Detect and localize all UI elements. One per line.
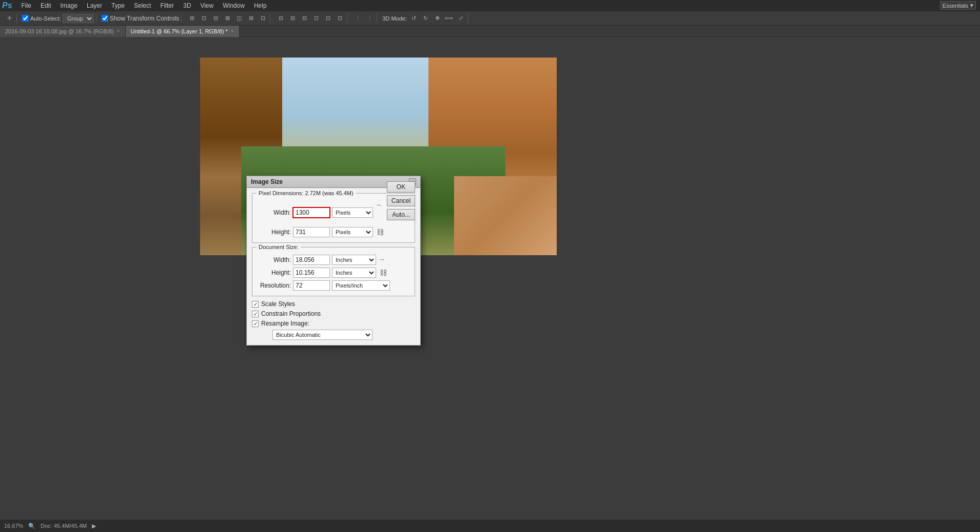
pixel-height-unit[interactable]: Pixels Percent	[332, 227, 373, 237]
dialog-buttons: OK Cancel Auto...	[387, 181, 415, 220]
zoom-level: 16.67%	[4, 523, 23, 529]
transform-2-icon[interactable]: ⊡	[199, 13, 209, 24]
auto-button[interactable]: Auto...	[387, 209, 415, 220]
3d-slide-icon[interactable]: ⟺	[444, 13, 454, 24]
show-transform-checkbox[interactable]	[102, 15, 108, 22]
transform-1-icon[interactable]: ⊞	[187, 13, 197, 24]
document-size-title: Document Size:	[257, 244, 301, 250]
doc-height-input[interactable]	[293, 268, 330, 278]
menu-filter[interactable]: Filter	[156, 1, 178, 10]
options-toolbar: ✛ Auto-Select: Group Show Transform Cont…	[0, 11, 980, 26]
menu-layer[interactable]: Layer	[83, 1, 106, 10]
tab-photo-label: 2016-09-03 16.10.08.jpg @ 16.7% (RGB/8)	[5, 28, 114, 34]
auto-select-checkbox-group: Auto-Select:	[22, 15, 61, 22]
resample-image-label: Resample Image:	[261, 320, 309, 327]
transform-6-icon[interactable]: ⊞	[246, 13, 256, 24]
doc-height-row: Height: Inches Pixels Centimeters ⛓	[258, 268, 409, 278]
auto-select-checkbox[interactable]	[22, 15, 29, 22]
menu-view[interactable]: View	[196, 1, 218, 10]
resolution-row: Resolution: Pixels/Inch Pixels/Centimete…	[258, 280, 409, 291]
align-middle-icon[interactable]: ⊡	[323, 13, 333, 24]
show-transform-label: Show Transform Controls	[110, 15, 179, 22]
distribute-icons-group: ⋮ ⋮	[350, 13, 377, 24]
transform-3-icon[interactable]: ⊟	[210, 13, 221, 24]
pixel-height-input[interactable]	[293, 227, 330, 237]
constrain-proportions-label: Constrain Proportions	[261, 310, 321, 317]
workspace-dropdown[interactable]: Essentials ▾	[940, 1, 976, 10]
workspace-chevron-icon: ▾	[970, 2, 973, 9]
resolution-input[interactable]	[293, 280, 330, 291]
move-tool-icon[interactable]: ✛	[4, 13, 14, 24]
3d-mode-group: 3D Mode: ↺ ↻ ✥ ⟺ ⤢	[380, 13, 468, 24]
arrow-icon[interactable]: ▶	[92, 523, 96, 529]
move-tool-group: ✛	[2, 13, 17, 24]
auto-select-label: Auto-Select:	[30, 15, 61, 22]
doc-width-unit[interactable]: Inches Pixels Centimeters	[332, 255, 376, 265]
scale-styles-row: ✓ Scale Styles	[252, 300, 415, 308]
tab-untitled[interactable]: Untitled-1 @ 66.7% (Layer 1, RGB/8) * ×	[126, 26, 240, 37]
distribute-icon[interactable]: ⋮	[352, 13, 363, 24]
constrain-proportions-checkbox[interactable]: ✓	[252, 311, 259, 317]
transform-icons-group: ⊞ ⊡ ⊟ ⊠ ◫ ⊞ ⊡	[185, 13, 270, 24]
pixel-dimensions-value: 2.72M (was 45.4M)	[305, 190, 353, 196]
3d-scale-icon[interactable]: ⤢	[456, 13, 466, 24]
zoom-icon[interactable]: 🔍	[28, 523, 35, 529]
scale-styles-checkbox[interactable]: ✓	[252, 301, 259, 308]
document-size-section: Document Size: Width: Inches Pixels Cent…	[252, 247, 415, 296]
tab-photo[interactable]: 2016-09-03 16.10.08.jpg @ 16.7% (RGB/8) …	[0, 26, 126, 37]
show-transform-group: Show Transform Controls	[100, 15, 182, 22]
auto-select-dropdown[interactable]: Group	[63, 14, 94, 23]
align-center-icon[interactable]: ⊟	[287, 13, 298, 24]
ok-button[interactable]: OK	[387, 181, 415, 193]
tab-untitled-close[interactable]: ×	[231, 28, 234, 34]
menu-type[interactable]: Type	[107, 1, 129, 10]
dialog-body: Pixel Dimensions: 2.72M (was 45.4M) Widt…	[247, 188, 420, 345]
menu-file[interactable]: File	[17, 1, 35, 10]
menu-edit[interactable]: Edit	[36, 1, 55, 10]
resample-method-dropdown[interactable]: Bicubic Automatic Preserve Details (enla…	[272, 330, 373, 340]
pixel-dimensions-title: Pixel Dimensions: 2.72M (was 45.4M)	[257, 190, 356, 196]
tab-untitled-label: Untitled-1 @ 66.7% (Layer 1, RGB/8) *	[131, 28, 228, 34]
statusbar: 16.67% 🔍 Doc: 45.4M/45.4M ▶	[0, 520, 980, 532]
tab-photo-close[interactable]: ×	[117, 28, 120, 34]
3d-pan-icon[interactable]: ✥	[432, 13, 442, 24]
tab-bar: 2016-09-03 16.10.08.jpg @ 16.7% (RGB/8) …	[0, 26, 980, 37]
resample-image-row: ✓ Resample Image:	[252, 320, 415, 327]
doc-height-unit[interactable]: Inches Pixels Centimeters	[332, 268, 376, 278]
chain-link-icon[interactable]: ⛓	[377, 228, 384, 236]
doc-height-label: Height:	[258, 269, 291, 276]
3d-roll-icon[interactable]: ↻	[420, 13, 430, 24]
menu-3d[interactable]: 3D	[179, 1, 195, 10]
menu-help[interactable]: Help	[250, 1, 271, 10]
resample-image-checkbox[interactable]: ✓	[252, 320, 259, 327]
align-bottom-icon[interactable]: ⊡	[335, 13, 345, 24]
doc-width-label: Width:	[258, 256, 291, 263]
doc-width-input[interactable]	[293, 255, 330, 265]
pixel-width-unit[interactable]: Pixels Percent	[332, 207, 373, 218]
align-right-icon[interactable]: ⊟	[299, 13, 309, 24]
image-size-dialog[interactable]: Image Size × Pixel Dimensions: 2.72M (wa…	[246, 176, 421, 346]
menu-image[interactable]: Image	[56, 1, 82, 10]
transform-7-icon[interactable]: ⊡	[258, 13, 268, 24]
pixel-width-input[interactable]	[293, 207, 330, 218]
cancel-button[interactable]: Cancel	[387, 195, 415, 206]
align-icons-group: ⊟ ⊟ ⊟ ⊡ ⊡ ⊡	[273, 13, 347, 24]
transform-4-icon[interactable]: ⊠	[222, 13, 232, 24]
canvas-area: Image Size × Pixel Dimensions: 2.72M (wa…	[0, 37, 980, 520]
3d-mode-label: 3D Mode:	[382, 15, 407, 22]
canyon-rock-bottom	[454, 176, 557, 255]
auto-select-group: Auto-Select: Group	[20, 14, 96, 23]
transform-5-icon[interactable]: ◫	[234, 13, 244, 24]
menu-window[interactable]: Window	[219, 1, 249, 10]
3d-rotate-icon[interactable]: ↺	[408, 13, 419, 24]
doc-chain-link-icon[interactable]: ⛓	[380, 269, 387, 277]
resolution-label: Resolution:	[258, 282, 291, 289]
align-left-icon[interactable]: ⊟	[276, 13, 286, 24]
resolution-unit[interactable]: Pixels/Inch Pixels/Centimeter	[332, 280, 390, 291]
menu-select[interactable]: Select	[130, 1, 155, 10]
pixel-height-label: Height:	[258, 229, 291, 236]
pixel-height-row: Height: Pixels Percent ⛓	[258, 227, 409, 237]
pixel-width-label: Width:	[258, 209, 291, 216]
align-top-icon[interactable]: ⊡	[311, 13, 321, 24]
distribute2-icon[interactable]: ⋮	[364, 13, 375, 24]
